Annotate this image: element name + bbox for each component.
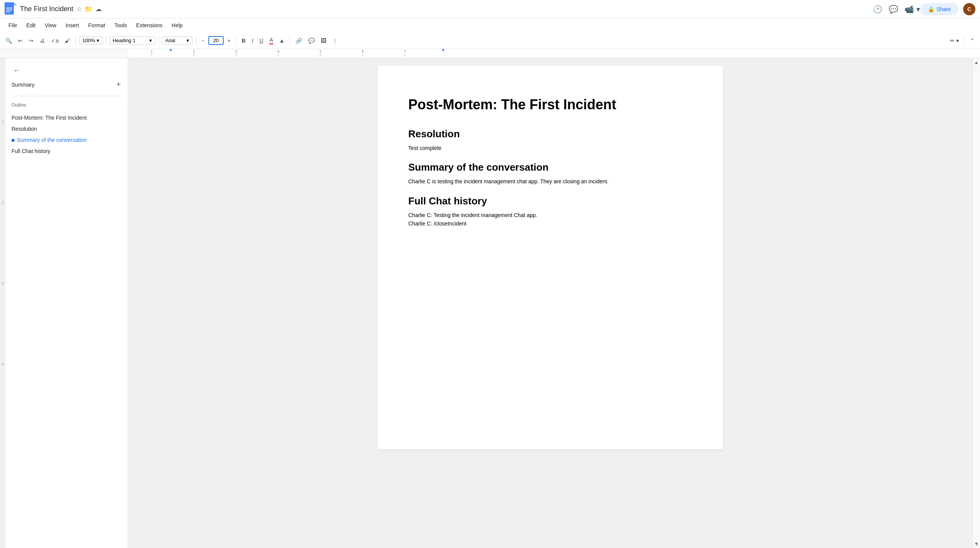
collapse-toolbar[interactable]: ⌃ — [968, 36, 977, 45]
svg-rect-2 — [6, 8, 12, 8]
svg-text:4: 4 — [277, 49, 279, 53]
star-icon[interactable]: ☆ — [76, 5, 82, 13]
ruler-inner: 1 2 3 4 5 6 7 — [129, 49, 980, 58]
page-marker-2: 2 — [2, 201, 4, 205]
italic-button[interactable]: I — [249, 36, 256, 45]
bold-button[interactable]: B — [239, 36, 248, 45]
share-button[interactable]: 🔒 Share — [920, 3, 959, 15]
font-size-input[interactable]: 20 — [208, 36, 224, 45]
body-summary: Charlie C is testing the incident manage… — [408, 177, 692, 186]
menu-bar: File Edit View Insert Format Tools Exten… — [0, 18, 980, 32]
text-color-button[interactable]: A — [267, 35, 275, 46]
separator-6 — [290, 36, 290, 45]
style-value: Heading 1 — [113, 38, 135, 43]
zoom-value: 100% — [82, 38, 95, 43]
sidebar-back-button[interactable]: ← — [12, 64, 122, 76]
heading-resolution: Resolution — [408, 128, 692, 140]
separator-1 — [76, 36, 76, 45]
menu-tools[interactable]: Tools — [111, 21, 131, 30]
document-title: The First Incident — [20, 5, 73, 13]
chat-line-2: Charlie C: /closeIncident — [408, 219, 692, 228]
ruler: 1 2 3 4 5 6 7 — [0, 49, 980, 58]
menu-view[interactable]: View — [41, 21, 60, 30]
comment-icon[interactable]: 💬 — [889, 5, 898, 14]
redo-button[interactable]: ↪ — [26, 36, 36, 45]
body-resolution: Test complete — [408, 144, 692, 152]
svg-marker-19 — [169, 49, 173, 52]
heading-chat: Full Chat history — [408, 195, 692, 207]
undo-button[interactable]: ↩ — [16, 36, 25, 45]
top-right-icons: 🕐 💬 📹 ▾ — [873, 5, 920, 14]
edit-mode-button[interactable]: ✏ ▾ — [948, 36, 961, 45]
summary-label: Summary — [12, 82, 35, 88]
svg-marker-20 — [441, 49, 445, 52]
heading-summary: Summary of the conversation — [408, 161, 692, 173]
resize-handle[interactable]: ⌟ — [976, 541, 978, 546]
video-icon[interactable]: 📹 ▾ — [904, 5, 920, 14]
menu-format[interactable]: Format — [84, 21, 109, 30]
chat-line-1: Charlie C: Testing the incident manageme… — [408, 211, 692, 219]
highlight-button[interactable]: ▲ — [277, 36, 287, 45]
folder-icon[interactable]: 📁 — [85, 5, 92, 13]
font-size-decrease[interactable]: − — [199, 36, 207, 45]
svg-marker-1 — [14, 2, 17, 5]
outline-item-2[interactable]: Resolution — [12, 123, 122, 135]
page-margin-left: 1 2 3 4 — [0, 58, 5, 548]
outline-item-4[interactable]: Full Chat history — [12, 146, 122, 157]
toolbar: 🔍 ↩ ↪ 🖨 ✓a 🖌 100% ▾ Heading 1 ▾ Arial ▾ … — [0, 32, 980, 49]
document-area[interactable]: Post-Mortem: The First Incident Resoluti… — [128, 58, 972, 548]
summary-add-button[interactable]: + — [115, 79, 122, 90]
svg-text:3: 3 — [235, 49, 237, 53]
spellcheck-button[interactable]: ✓a — [49, 36, 61, 45]
svg-text:1: 1 — [151, 49, 153, 53]
menu-insert[interactable]: Insert — [62, 21, 83, 30]
user-avatar[interactable]: C — [963, 3, 975, 15]
svg-text:2: 2 — [193, 49, 195, 53]
font-value: Arial — [165, 38, 175, 43]
separator-3 — [158, 36, 159, 45]
font-size-increase[interactable]: + — [225, 36, 233, 45]
menu-file[interactable]: File — [5, 21, 21, 30]
title-bar-right: 🔒 Share C — [920, 3, 975, 15]
scroll-up[interactable]: ▲ — [974, 60, 979, 65]
svg-text:5: 5 — [320, 49, 322, 53]
page-marker-1: 1 — [2, 120, 4, 124]
zoom-selector[interactable]: 100% ▾ — [79, 36, 103, 44]
comment-button[interactable]: 💬 — [306, 36, 317, 45]
main-area: 1 2 3 4 ← Summary + Outline Post-Mortem:… — [0, 58, 980, 548]
style-selector[interactable]: Heading 1 ▾ — [109, 36, 155, 44]
menu-edit[interactable]: Edit — [23, 21, 40, 30]
outline-label: Outline — [12, 102, 122, 108]
paint-format-button[interactable]: 🖌 — [63, 36, 73, 45]
body-chat: Charlie C: Testing the incident manageme… — [408, 211, 692, 228]
menu-help[interactable]: Help — [168, 21, 186, 30]
title-icons: ☆ 📁 ☁ — [76, 5, 102, 13]
cloud-icon[interactable]: ☁ — [96, 5, 102, 13]
font-selector[interactable]: Arial ▾ — [162, 36, 193, 44]
link-button[interactable]: 🔗 — [293, 36, 304, 45]
history-icon[interactable]: 🕐 — [873, 5, 883, 14]
lock-icon: 🔒 — [928, 6, 934, 12]
menu-extensions[interactable]: Extensions — [132, 21, 166, 30]
sidebar-section-header: Summary + — [12, 79, 122, 90]
image-button[interactable]: 🖼 — [318, 36, 328, 45]
separator-5 — [236, 36, 236, 45]
svg-text:7: 7 — [404, 49, 406, 53]
search-button[interactable]: 🔍 — [3, 36, 14, 45]
svg-rect-3 — [6, 10, 12, 10]
document-page: Post-Mortem: The First Incident Resoluti… — [378, 66, 723, 449]
print-button[interactable]: 🖨 — [37, 36, 47, 45]
title-bar: The First Incident ☆ 📁 ☁ 🕐 💬 📹 ▾ 🔒 Share… — [0, 0, 980, 18]
font-size-value: 20 — [213, 38, 219, 43]
ruler-svg: 1 2 3 4 5 6 7 — [129, 49, 980, 57]
more-toolbar[interactable]: ⋮ — [330, 36, 340, 45]
separator-7 — [964, 36, 965, 45]
outline-item-1[interactable]: Post-Mortem: The First Incident — [12, 112, 122, 123]
sidebar: ← Summary + Outline Post-Mortem: The Fir… — [5, 58, 128, 548]
outline-item-3[interactable]: Summary of the conversation — [12, 135, 122, 146]
page-marker-4: 4 — [2, 362, 4, 367]
svg-rect-4 — [6, 12, 10, 12]
sidebar-divider — [12, 96, 122, 96]
underline-button[interactable]: U — [257, 36, 266, 45]
google-docs-icon — [5, 2, 17, 16]
